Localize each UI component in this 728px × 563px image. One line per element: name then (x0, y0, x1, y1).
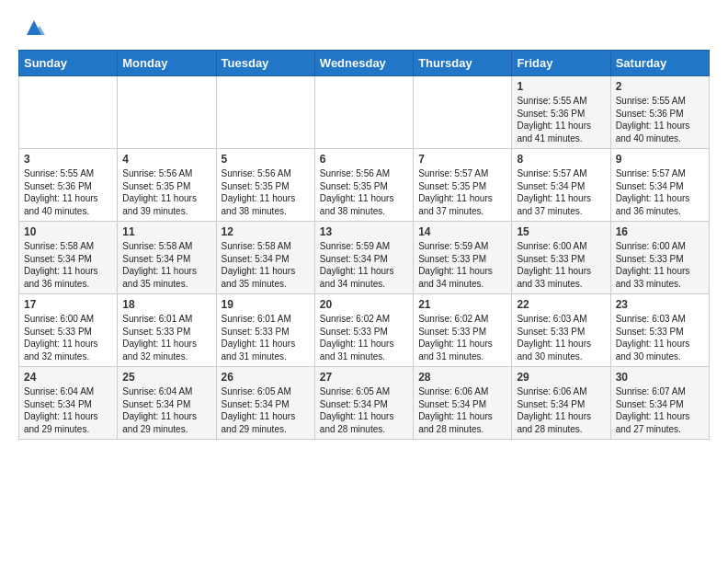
calendar-cell: 12Sunrise: 5:58 AM Sunset: 5:34 PM Dayli… (216, 222, 314, 294)
calendar-cell: 8Sunrise: 5:57 AM Sunset: 5:34 PM Daylig… (512, 149, 610, 222)
calendar-cell: 25Sunrise: 6:04 AM Sunset: 5:34 PM Dayli… (118, 367, 216, 440)
calendar-cell: 2Sunrise: 5:55 AM Sunset: 5:36 PM Daylig… (610, 76, 709, 149)
day-number: 8 (517, 153, 605, 166)
day-number: 30 (616, 371, 704, 384)
weekday-header-friday: Friday (512, 51, 610, 76)
cell-info: Sunrise: 5:56 AM Sunset: 5:35 PM Dayligh… (122, 167, 210, 217)
week-row-1: 3Sunrise: 5:55 AM Sunset: 5:36 PM Daylig… (19, 149, 710, 222)
calendar-cell (19, 76, 118, 149)
day-number: 12 (222, 225, 310, 238)
cell-info: Sunrise: 6:03 AM Sunset: 5:33 PM Dayligh… (517, 313, 605, 362)
weekday-header-saturday: Saturday (610, 51, 709, 76)
calendar-cell: 9Sunrise: 5:57 AM Sunset: 5:34 PM Daylig… (610, 149, 709, 222)
cell-info: Sunrise: 6:07 AM Sunset: 5:34 PM Dayligh… (616, 385, 704, 435)
day-number: 15 (517, 225, 605, 238)
calendar-cell: 16Sunrise: 6:00 AM Sunset: 5:33 PM Dayli… (610, 222, 709, 294)
calendar-cell (216, 76, 314, 149)
calendar-cell: 14Sunrise: 5:59 AM Sunset: 5:33 PM Dayli… (414, 222, 512, 294)
calendar-cell: 19Sunrise: 6:01 AM Sunset: 5:33 PM Dayli… (216, 294, 314, 367)
cell-info: Sunrise: 5:58 AM Sunset: 5:34 PM Dayligh… (222, 240, 310, 290)
cell-info: Sunrise: 6:05 AM Sunset: 5:34 PM Dayligh… (320, 385, 408, 435)
day-number: 27 (320, 371, 408, 384)
day-number: 28 (418, 371, 506, 384)
cell-info: Sunrise: 6:02 AM Sunset: 5:33 PM Dayligh… (418, 313, 506, 362)
cell-info: Sunrise: 5:57 AM Sunset: 5:35 PM Dayligh… (418, 167, 506, 217)
day-number: 3 (24, 153, 112, 166)
day-number: 17 (24, 298, 112, 311)
calendar-cell (118, 76, 216, 149)
calendar-cell: 13Sunrise: 5:59 AM Sunset: 5:34 PM Dayli… (314, 222, 413, 294)
weekday-header-monday: Monday (118, 51, 216, 76)
day-number: 19 (222, 298, 310, 311)
cell-info: Sunrise: 6:02 AM Sunset: 5:33 PM Dayligh… (320, 313, 408, 362)
calendar-cell: 28Sunrise: 6:06 AM Sunset: 5:34 PM Dayli… (414, 367, 512, 440)
cell-info: Sunrise: 6:04 AM Sunset: 5:34 PM Dayligh… (122, 385, 210, 435)
calendar-cell: 15Sunrise: 6:00 AM Sunset: 5:33 PM Dayli… (512, 222, 610, 294)
cell-info: Sunrise: 5:58 AM Sunset: 5:34 PM Dayligh… (24, 240, 112, 290)
day-number: 20 (320, 298, 408, 311)
calendar-cell: 23Sunrise: 6:03 AM Sunset: 5:33 PM Dayli… (610, 294, 709, 367)
calendar-cell: 26Sunrise: 6:05 AM Sunset: 5:34 PM Dayli… (216, 367, 314, 440)
calendar-cell: 7Sunrise: 5:57 AM Sunset: 5:35 PM Daylig… (414, 149, 512, 222)
calendar-cell: 24Sunrise: 6:04 AM Sunset: 5:34 PM Dayli… (19, 367, 118, 440)
day-number: 22 (517, 298, 605, 311)
week-row-3: 17Sunrise: 6:00 AM Sunset: 5:33 PM Dayli… (19, 294, 710, 367)
cell-info: Sunrise: 6:00 AM Sunset: 5:33 PM Dayligh… (517, 240, 605, 290)
cell-info: Sunrise: 5:56 AM Sunset: 5:35 PM Dayligh… (320, 167, 408, 217)
calendar-cell: 6Sunrise: 5:56 AM Sunset: 5:35 PM Daylig… (314, 149, 413, 222)
weekday-header-row: SundayMondayTuesdayWednesdayThursdayFrid… (19, 51, 710, 76)
day-number: 24 (24, 371, 112, 384)
day-number: 25 (122, 371, 210, 384)
cell-info: Sunrise: 6:01 AM Sunset: 5:33 PM Dayligh… (122, 313, 210, 362)
calendar-cell (314, 76, 413, 149)
cell-info: Sunrise: 5:56 AM Sunset: 5:35 PM Dayligh… (222, 167, 310, 217)
logo-icon (21, 15, 47, 40)
calendar-cell: 20Sunrise: 6:02 AM Sunset: 5:33 PM Dayli… (314, 294, 413, 367)
calendar-cell: 17Sunrise: 6:00 AM Sunset: 5:33 PM Dayli… (19, 294, 118, 367)
cell-info: Sunrise: 5:57 AM Sunset: 5:34 PM Dayligh… (517, 167, 605, 217)
day-number: 14 (418, 225, 506, 238)
calendar-cell: 10Sunrise: 5:58 AM Sunset: 5:34 PM Dayli… (19, 222, 118, 294)
day-number: 21 (418, 298, 506, 311)
day-number: 11 (122, 225, 210, 238)
logo (18, 15, 47, 40)
cell-info: Sunrise: 5:55 AM Sunset: 5:36 PM Dayligh… (616, 95, 704, 144)
cell-info: Sunrise: 6:06 AM Sunset: 5:34 PM Dayligh… (418, 385, 506, 435)
cell-info: Sunrise: 5:55 AM Sunset: 5:36 PM Dayligh… (517, 95, 605, 144)
calendar-cell: 1Sunrise: 5:55 AM Sunset: 5:36 PM Daylig… (512, 76, 610, 149)
header (18, 15, 710, 40)
calendar-cell: 27Sunrise: 6:05 AM Sunset: 5:34 PM Dayli… (314, 367, 413, 440)
calendar-cell: 18Sunrise: 6:01 AM Sunset: 5:33 PM Dayli… (118, 294, 216, 367)
calendar-cell: 30Sunrise: 6:07 AM Sunset: 5:34 PM Dayli… (610, 367, 709, 440)
calendar-cell: 22Sunrise: 6:03 AM Sunset: 5:33 PM Dayli… (512, 294, 610, 367)
day-number: 9 (616, 153, 704, 166)
day-number: 7 (418, 153, 506, 166)
day-number: 5 (222, 153, 310, 166)
calendar: SundayMondayTuesdayWednesdayThursdayFrid… (18, 50, 710, 440)
weekday-header-thursday: Thursday (414, 51, 512, 76)
calendar-cell: 3Sunrise: 5:55 AM Sunset: 5:36 PM Daylig… (19, 149, 118, 222)
calendar-cell (414, 76, 512, 149)
day-number: 13 (320, 225, 408, 238)
cell-info: Sunrise: 6:00 AM Sunset: 5:33 PM Dayligh… (616, 240, 704, 290)
calendar-cell: 5Sunrise: 5:56 AM Sunset: 5:35 PM Daylig… (216, 149, 314, 222)
day-number: 16 (616, 225, 704, 238)
day-number: 2 (616, 80, 704, 93)
day-number: 1 (517, 80, 605, 93)
cell-info: Sunrise: 6:06 AM Sunset: 5:34 PM Dayligh… (517, 385, 605, 435)
day-number: 18 (122, 298, 210, 311)
weekday-header-wednesday: Wednesday (314, 51, 413, 76)
weekday-header-sunday: Sunday (19, 51, 118, 76)
day-number: 4 (122, 153, 210, 166)
week-row-4: 24Sunrise: 6:04 AM Sunset: 5:34 PM Dayli… (19, 367, 710, 440)
week-row-2: 10Sunrise: 5:58 AM Sunset: 5:34 PM Dayli… (19, 222, 710, 294)
calendar-cell: 21Sunrise: 6:02 AM Sunset: 5:33 PM Dayli… (414, 294, 512, 367)
day-number: 23 (616, 298, 704, 311)
day-number: 26 (222, 371, 310, 384)
cell-info: Sunrise: 5:55 AM Sunset: 5:36 PM Dayligh… (24, 167, 112, 217)
cell-info: Sunrise: 6:01 AM Sunset: 5:33 PM Dayligh… (222, 313, 310, 362)
day-number: 10 (24, 225, 112, 238)
calendar-cell: 4Sunrise: 5:56 AM Sunset: 5:35 PM Daylig… (118, 149, 216, 222)
cell-info: Sunrise: 5:58 AM Sunset: 5:34 PM Dayligh… (122, 240, 210, 290)
cell-info: Sunrise: 5:59 AM Sunset: 5:33 PM Dayligh… (418, 240, 506, 290)
